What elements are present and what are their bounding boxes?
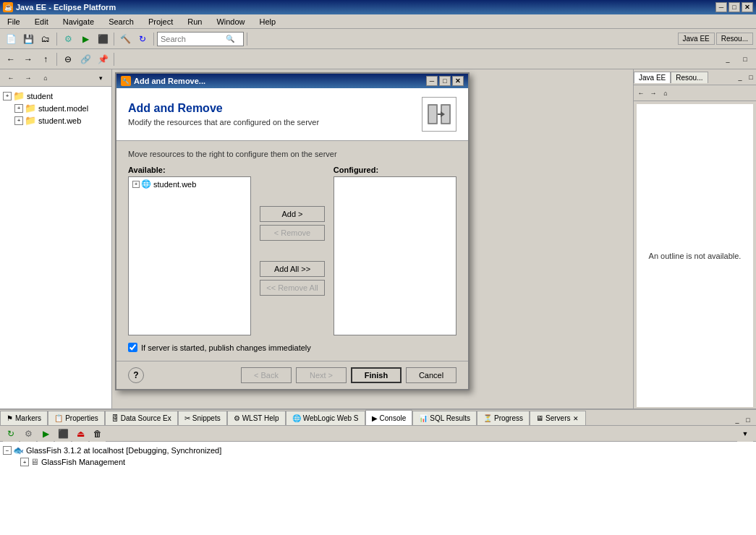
tab-wlst[interactable]: ⚙ WLST Help — [227, 411, 286, 425]
toolbar-sep-4 — [247, 33, 247, 46]
remove-button[interactable]: < Remove — [260, 225, 325, 241]
nav-minimize-button[interactable]: ▾ — [93, 70, 109, 86]
expand-student-web[interactable]: + — [14, 116, 23, 125]
bottom-clear-button[interactable]: 🗑 — [90, 426, 106, 442]
right-panel-minimize[interactable]: _ — [735, 72, 745, 82]
close-button[interactable]: ✕ — [742, 2, 753, 12]
tab-snippets-label: Snippets — [192, 414, 221, 422]
run-button[interactable]: ▶ — [77, 31, 93, 47]
cancel-button[interactable]: Cancel — [406, 367, 456, 383]
bottom-disconnect-button[interactable]: ⏏ — [72, 426, 88, 442]
right-toolbar-btn1[interactable]: ← — [635, 87, 647, 99]
bottom-configure-button[interactable]: ⚙ — [20, 426, 36, 442]
tab-servers-close[interactable]: ✕ — [572, 415, 579, 422]
bottom-minimize-button[interactable]: _ — [732, 415, 742, 425]
nav-forward-button[interactable]: → — [20, 70, 36, 86]
expand-student-model[interactable]: + — [14, 104, 23, 113]
available-listbox[interactable]: + 🌐 student.web — [128, 176, 251, 335]
build-button[interactable]: 🔨 — [117, 31, 133, 47]
tab-java-ee[interactable]: Java EE — [634, 72, 671, 83]
bottom-maximize-button[interactable]: □ — [743, 415, 753, 425]
tab-weblogic-icon: 🌐 — [292, 414, 301, 422]
tab-console[interactable]: ▶ Console — [365, 410, 413, 425]
tree-item-student[interactable]: + 📁 student — [3, 90, 109, 102]
tab-snippets[interactable]: ✂ Snippets — [178, 411, 227, 425]
menu-project[interactable]: Project — [144, 16, 177, 27]
search-input[interactable] — [161, 35, 226, 43]
minimize-panel-button[interactable]: _ — [720, 51, 736, 67]
menu-help[interactable]: Help — [255, 16, 281, 27]
tree-item-student-model[interactable]: + 📁 student.model — [14, 102, 109, 114]
nav-home-button[interactable]: ⌂ — [38, 70, 54, 86]
add-all-button[interactable]: Add All >> — [260, 261, 325, 277]
tree-item-student-web[interactable]: + 📁 student.web — [14, 114, 109, 127]
tab-properties[interactable]: 📋 Properties — [48, 411, 105, 425]
listbox-expand-student-web[interactable]: + — [132, 181, 140, 188]
back-button[interactable]: < Back — [241, 367, 292, 383]
menu-search[interactable]: Search — [104, 16, 138, 27]
menu-window[interactable]: Window — [212, 16, 249, 27]
server-tree-item-glassfish[interactable]: − 🐟 GlassFish 3.1.2 at localhost [Debugg… — [3, 445, 753, 456]
publish-checkbox[interactable] — [128, 343, 137, 352]
back-nav-button[interactable]: ← — [3, 51, 19, 67]
stop-button[interactable]: ⬛ — [95, 31, 111, 47]
resou-tab[interactable]: Resou... — [716, 33, 753, 45]
menu-file[interactable]: File — [3, 16, 25, 27]
dialog-close-button[interactable]: ✕ — [452, 76, 464, 86]
bottom-start-button[interactable]: ▶ — [38, 426, 54, 442]
tab-resou[interactable]: Resou... — [671, 72, 708, 83]
expand-glassfish[interactable]: − — [3, 446, 12, 455]
tab-weblogic[interactable]: 🌐 WebLogic Web S — [286, 411, 365, 425]
expand-glassfish-mgmt[interactable]: + — [20, 458, 29, 466]
refresh-button[interactable]: ↻ — [135, 31, 150, 47]
debug-button[interactable]: ⚙ — [60, 31, 76, 47]
configured-label: Configured: — [334, 166, 456, 174]
right-panel-toolbar: ← → ⌂ — [634, 85, 756, 101]
tab-datasource[interactable]: 🗄 Data Source Ex — [105, 411, 178, 425]
link-button[interactable]: 🔗 — [77, 51, 93, 67]
tab-properties-icon: 📋 — [54, 414, 63, 422]
dialog-maximize-button[interactable]: □ — [439, 76, 451, 86]
menu-run[interactable]: Run — [183, 16, 206, 27]
maximize-button[interactable]: □ — [729, 2, 740, 12]
configured-listbox[interactable] — [334, 176, 456, 335]
save-button[interactable]: 💾 — [20, 31, 36, 47]
forward-nav-button[interactable]: → — [20, 51, 36, 67]
right-toolbar-btn2[interactable]: → — [647, 87, 659, 99]
maximize-panel-button[interactable]: □ — [737, 51, 753, 67]
menu-navigate[interactable]: Navigate — [59, 16, 98, 27]
listbox-item-student-web[interactable]: + 🌐 student.web — [130, 179, 249, 189]
bottom-content: − 🐟 GlassFish 3.1.2 at localhost [Debugg… — [0, 442, 756, 535]
right-panel: Java EE Resou... _ □ ← → ⌂ An outline is… — [633, 69, 756, 408]
center-panel: 🔧 Add and Remove... ─ □ ✕ Add and Remove… — [112, 69, 633, 408]
tab-servers[interactable]: 🖥 Servers ✕ — [530, 411, 586, 425]
tab-sql[interactable]: 📊 SQL Results — [412, 411, 477, 425]
nav-back-button[interactable]: ← — [3, 70, 19, 86]
collapse-button[interactable]: ⊖ — [60, 51, 76, 67]
tab-progress[interactable]: ⏳ Progress — [477, 411, 530, 425]
new-button[interactable]: 📄 — [3, 31, 19, 47]
save-all-button[interactable]: 🗂 — [38, 31, 54, 47]
bottom-view-menu[interactable]: ▼ — [737, 426, 753, 442]
search-box[interactable]: 🔍 — [157, 32, 244, 46]
right-toolbar-btn3[interactable]: ⌂ — [660, 87, 671, 99]
up-nav-button[interactable]: ↑ — [38, 51, 54, 67]
bottom-refresh-button[interactable]: ↻ — [3, 426, 19, 442]
java-ee-tab[interactable]: Java EE — [678, 33, 715, 45]
dialog-minimize-button[interactable]: ─ — [426, 76, 438, 86]
tab-markers-label: Markers — [15, 414, 41, 422]
help-button[interactable]: ? — [128, 367, 144, 383]
expand-student[interactable]: + — [3, 92, 12, 100]
next-button[interactable]: Next > — [296, 367, 347, 383]
finish-button[interactable]: Finish — [351, 367, 402, 383]
tab-markers[interactable]: ⚑ Markers — [0, 411, 48, 425]
right-panel-maximize[interactable]: □ — [746, 72, 756, 82]
remove-all-button[interactable]: << Remove All — [260, 280, 325, 296]
server-tree-item-glassfish-mgmt[interactable]: + 🖥 GlassFish Management — [20, 456, 753, 468]
pin-button[interactable]: 📌 — [95, 51, 111, 67]
dialog-panels: Available: + 🌐 student.web Add > < Re — [128, 166, 456, 335]
menu-edit[interactable]: Edit — [30, 16, 53, 27]
bottom-stop-button[interactable]: ⬛ — [55, 426, 71, 442]
add-button[interactable]: Add > — [260, 206, 325, 222]
minimize-button[interactable]: ─ — [715, 2, 727, 12]
